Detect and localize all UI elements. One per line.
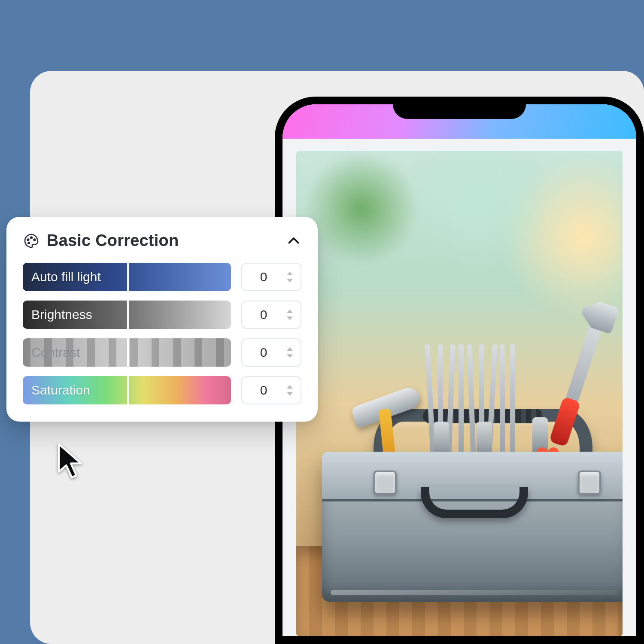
svg-point-1 (30, 237, 32, 238)
saturation-slider[interactable]: Saturation (23, 376, 231, 404)
brightness-slider[interactable]: Brightness (23, 301, 231, 329)
phone-content-area (283, 139, 636, 636)
stepper-value: 0 (242, 345, 285, 360)
photo-preview[interactable] (296, 151, 623, 636)
contrast-slider[interactable]: Contrast (23, 338, 231, 367)
cursor-icon (56, 442, 86, 479)
stepper-arrows-icon (285, 383, 295, 398)
stepper-value: 0 (242, 307, 285, 322)
stepper-value: 0 (242, 270, 285, 284)
contrast-stepper[interactable]: 0 (241, 338, 301, 367)
basic-correction-panel: Basic Correction Auto fill light 0 Brigh… (6, 217, 318, 422)
slider-list: Auto fill light 0 Brightness 0 Contrast … (23, 263, 301, 404)
chevron-up-icon[interactable] (286, 233, 301, 249)
stepper-value: 0 (242, 383, 285, 398)
phone-notch (393, 97, 526, 119)
slider-row-saturation: Saturation 0 (23, 376, 301, 404)
saturation-stepper[interactable]: 0 (241, 376, 301, 404)
auto-fill-light-slider[interactable]: Auto fill light (23, 263, 231, 291)
brightness-stepper[interactable]: 0 (241, 301, 301, 329)
svg-point-2 (34, 239, 36, 240)
phone-device-frame (275, 97, 644, 644)
slider-label: Auto fill light (31, 270, 101, 284)
slider-label: Brightness (31, 307, 92, 322)
svg-point-3 (28, 242, 30, 244)
svg-point-0 (27, 239, 29, 240)
stepper-arrows-icon (285, 345, 295, 360)
slider-row-contrast: Contrast 0 (23, 338, 301, 367)
stepper-arrows-icon (285, 270, 295, 284)
stepper-arrows-icon (285, 307, 295, 322)
slider-row-brightness: Brightness 0 (23, 301, 301, 329)
panel-title: Basic Correction (47, 231, 279, 250)
slider-label: Contrast (31, 345, 80, 360)
slider-row-auto-fill-light: Auto fill light 0 (23, 263, 301, 291)
slider-label: Saturation (31, 383, 90, 398)
phone-screen (283, 104, 636, 636)
auto-fill-light-stepper[interactable]: 0 (241, 263, 301, 291)
palette-icon (23, 232, 40, 249)
panel-header[interactable]: Basic Correction (23, 231, 301, 250)
